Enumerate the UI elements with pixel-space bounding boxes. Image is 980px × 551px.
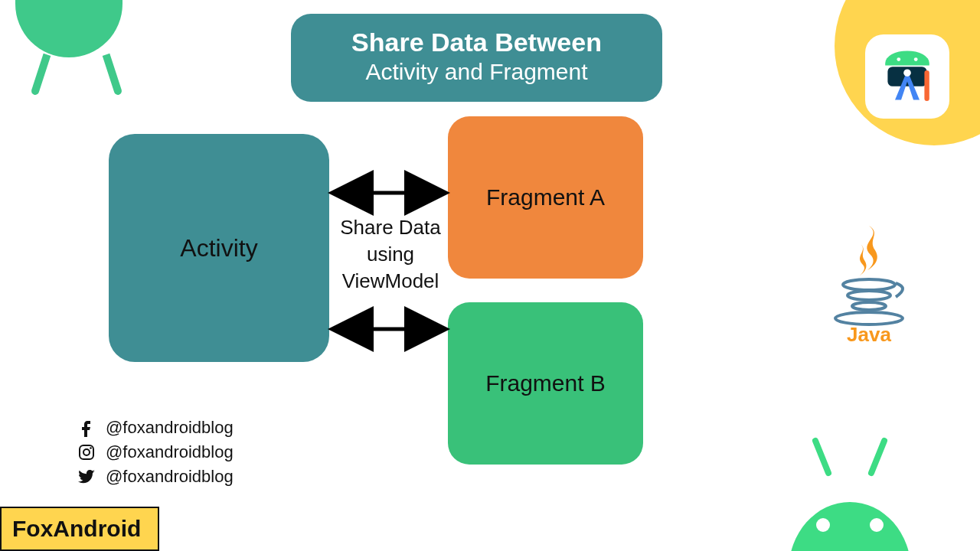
- social-facebook-row: @foxandroidblog: [77, 418, 234, 438]
- twitter-handle: @foxandroidblog: [106, 467, 234, 487]
- social-handles: @foxandroidblog @foxandroidblog @foxandr…: [77, 418, 234, 491]
- facebook-handle: @foxandroidblog: [106, 418, 234, 438]
- svg-point-16: [83, 449, 90, 455]
- svg-point-1: [914, 57, 918, 61]
- activity-box: Activity: [109, 134, 329, 362]
- share-label-line1: Share Data: [333, 214, 448, 241]
- twitter-icon: [77, 468, 96, 486]
- social-twitter-row: @foxandroidblog: [77, 467, 234, 487]
- brand-badge-text: FoxAndroid: [12, 516, 141, 541]
- instagram-icon: [77, 443, 96, 461]
- svg-point-7: [843, 279, 895, 290]
- title-line2: Activity and Fragment: [314, 59, 639, 85]
- svg-point-13: [816, 518, 830, 532]
- share-label-line2: using: [333, 241, 448, 268]
- title-line1: Share Data Between: [314, 28, 639, 57]
- svg-point-0: [897, 57, 900, 61]
- svg-line-11: [815, 441, 828, 473]
- android-robot-decoration: [773, 433, 926, 551]
- android-studio-icon: [865, 34, 949, 119]
- svg-rect-4: [924, 70, 929, 101]
- brand-badge: FoxAndroid: [0, 507, 159, 551]
- instagram-handle: @foxandroidblog: [106, 442, 234, 462]
- title-banner: Share Data Between Activity and Fragment: [291, 14, 662, 102]
- java-text: Java: [847, 323, 891, 344]
- svg-point-14: [870, 518, 884, 532]
- android-head-decoration: [15, 0, 138, 99]
- svg-point-8: [848, 291, 890, 300]
- activity-label: Activity: [180, 234, 257, 262]
- share-label-line3: ViewModel: [333, 268, 448, 295]
- svg-line-12: [871, 441, 884, 473]
- svg-point-9: [852, 302, 886, 310]
- facebook-icon: [77, 419, 96, 437]
- fragment-a-label: Fragment A: [486, 184, 605, 210]
- java-logo: Java: [812, 222, 926, 347]
- social-instagram-row: @foxandroidblog: [77, 442, 234, 462]
- fragment-a-box: Fragment A: [448, 116, 643, 279]
- svg-point-3: [903, 69, 911, 77]
- svg-point-17: [90, 447, 92, 449]
- fragment-b-box: Fragment B: [448, 302, 643, 465]
- fragment-b-label: Fragment B: [485, 370, 606, 396]
- share-data-label: Share Data using ViewModel: [333, 214, 448, 295]
